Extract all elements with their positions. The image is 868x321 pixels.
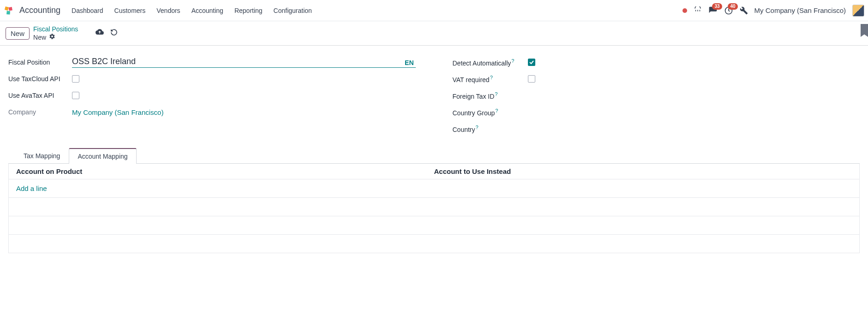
breadcrumb-current: New — [33, 33, 78, 42]
messages-badge: 33 — [712, 3, 722, 10]
form-right-column: Detect Automatically? VAT required? Fore… — [453, 54, 860, 137]
recording-indicator-icon — [682, 8, 687, 13]
vat-required-label: VAT required? — [453, 75, 524, 83]
help-icon[interactable]: ? — [495, 108, 498, 113]
use-taxcloud-checkbox[interactable] — [72, 75, 79, 83]
field-detect-auto: Detect Automatically? — [453, 54, 860, 71]
country-group-label: Country Group? — [453, 108, 524, 117]
tab-account-mapping[interactable]: Account Mapping — [69, 148, 136, 164]
col-account-to-use: Account to Use Instead — [434, 167, 852, 175]
company-value[interactable]: My Company (San Francisco) — [72, 108, 163, 116]
svg-rect-2 — [6, 11, 10, 14]
use-avatax-label: Use AvaTax API — [8, 92, 68, 99]
form-sheet: Fiscal Position EN Use TaxCloud API Use … — [0, 46, 868, 253]
top-navbar: Accounting Dashboard Customers Vendors A… — [0, 0, 868, 21]
use-avatax-checkbox[interactable] — [72, 92, 79, 99]
account-mapping-table: Account on Product Account to Use Instea… — [8, 164, 860, 253]
lang-badge[interactable]: EN — [403, 59, 415, 66]
menu-vendors[interactable]: Vendors — [156, 7, 180, 14]
field-country: Country? — [453, 120, 860, 137]
form-left-column: Fiscal Position EN Use TaxCloud API Use … — [8, 54, 416, 137]
table-row-empty — [9, 216, 859, 235]
table-row-add: Add a line — [9, 179, 859, 198]
app-name[interactable]: Accounting — [19, 6, 60, 15]
messages-icon[interactable]: 33 — [708, 6, 718, 15]
breadcrumb: Fiscal Positions New — [33, 25, 78, 42]
svg-rect-0 — [5, 6, 9, 10]
vat-required-checkbox[interactable] — [528, 75, 535, 83]
activities-icon[interactable]: 40 — [724, 6, 733, 15]
svg-rect-1 — [8, 7, 12, 11]
detect-auto-label: Detect Automatically? — [453, 58, 524, 67]
help-icon[interactable]: ? — [511, 58, 514, 64]
tab-tax-mapping[interactable]: Tax Mapping — [15, 148, 69, 164]
table-header: Account on Product Account to Use Instea… — [9, 164, 859, 179]
activities-badge: 40 — [728, 3, 737, 10]
field-country-group: Country Group? — [453, 104, 860, 120]
cloud-save-icon[interactable] — [96, 28, 104, 37]
company-label: Company — [8, 108, 68, 116]
breadcrumb-current-text: New — [33, 33, 46, 42]
detect-auto-checkbox[interactable] — [528, 59, 535, 66]
bookmark-icon[interactable] — [861, 24, 868, 37]
app-logo[interactable] — [4, 6, 14, 16]
field-vat-required: VAT required? — [453, 71, 860, 87]
apps-icon[interactable] — [694, 6, 702, 15]
field-use-avatax: Use AvaTax API — [8, 87, 416, 104]
table-row-empty — [9, 198, 859, 216]
table-row-empty — [9, 235, 859, 253]
field-fiscal-position: Fiscal Position EN — [8, 54, 416, 71]
help-icon[interactable]: ? — [490, 75, 493, 80]
col-account-on-product: Account on Product — [16, 167, 434, 175]
menu-reporting[interactable]: Reporting — [234, 7, 263, 14]
field-foreign-tax-id: Foreign Tax ID? — [453, 87, 860, 104]
user-avatar[interactable] — [852, 5, 864, 17]
fiscal-position-input[interactable] — [72, 57, 403, 66]
help-icon[interactable]: ? — [495, 91, 497, 97]
breadcrumb-parent[interactable]: Fiscal Positions — [33, 25, 78, 33]
help-icon[interactable]: ? — [476, 125, 479, 130]
country-label: Country? — [453, 125, 524, 133]
tabs: Tax Mapping Account Mapping — [8, 148, 860, 164]
main-menu: Dashboard Customers Vendors Accounting R… — [72, 7, 312, 14]
status-icons — [96, 28, 118, 39]
foreign-tax-id-label: Foreign Tax ID? — [453, 91, 524, 100]
company-selector[interactable]: My Company (San Francisco) — [754, 6, 846, 14]
menu-customers[interactable]: Customers — [114, 7, 146, 14]
debug-icon[interactable] — [740, 6, 748, 15]
fiscal-position-label: Fiscal Position — [8, 59, 68, 66]
nav-right: 33 40 My Company (San Francisco) — [682, 5, 864, 17]
add-line-button[interactable]: Add a line — [16, 184, 47, 192]
discard-icon[interactable] — [110, 29, 118, 37]
field-company: Company My Company (San Francisco) — [8, 104, 416, 120]
menu-dashboard[interactable]: Dashboard — [72, 7, 103, 14]
menu-accounting[interactable]: Accounting — [192, 7, 223, 14]
menu-configuration[interactable]: Configuration — [274, 7, 312, 14]
new-button[interactable]: New — [6, 27, 30, 40]
field-use-taxcloud: Use TaxCloud API — [8, 71, 416, 87]
control-panel: New Fiscal Positions New — [0, 21, 868, 46]
use-taxcloud-label: Use TaxCloud API — [8, 75, 68, 83]
gear-icon[interactable] — [49, 33, 55, 42]
